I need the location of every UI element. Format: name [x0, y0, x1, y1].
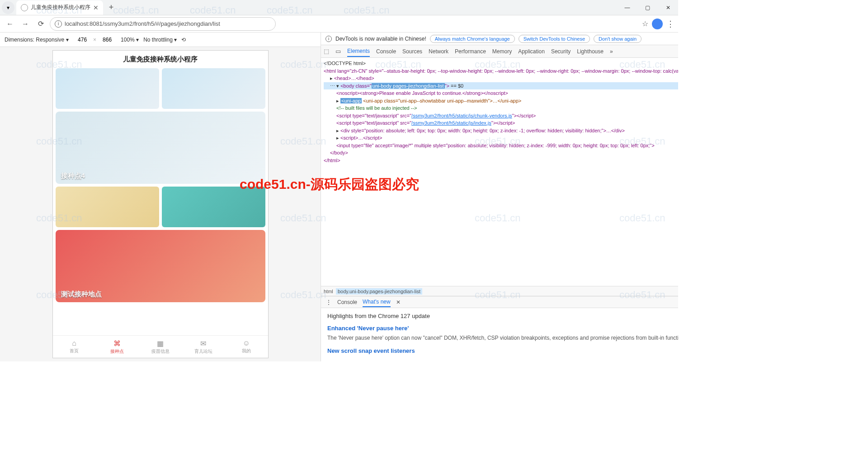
drawer-tab-console[interactable]: Console — [337, 299, 357, 305]
user-icon: ☺ — [243, 339, 250, 347]
tabs-more-icon[interactable]: » — [610, 48, 613, 55]
tab-sources[interactable]: Sources — [402, 48, 422, 55]
card-label: 接种点4 — [61, 172, 85, 180]
tab-search-button[interactable]: ▾ — [2, 1, 14, 14]
nav-forum[interactable]: ✉育儿论坛 — [182, 336, 225, 358]
drawer-tab-close-icon[interactable]: ✕ — [396, 299, 401, 305]
home-icon: ⌂ — [72, 339, 76, 347]
rotate-icon[interactable]: ⟲ — [181, 37, 186, 43]
height-input[interactable] — [98, 37, 116, 43]
menu-icon[interactable]: ⋮ — [666, 19, 675, 29]
crumb-body[interactable]: body.uni-body.pages-jiezhongdian-list — [336, 288, 422, 295]
address-bar: ← → ⟳ i localhost:8081/ssmy3um2/front/h5… — [0, 15, 678, 33]
device-toolbar: Dimensions: Responsive × 100% No throttl… — [0, 33, 321, 47]
profile-avatar[interactable] — [652, 19, 663, 29]
devtools-language-banner: i DevTools is now available in Chinese! … — [321, 33, 678, 45]
location-icon: ⌘ — [113, 339, 121, 348]
back-button[interactable]: ← — [4, 18, 16, 30]
bottom-nav: ⌂首页 ⌘接种点 ▦疫苗信息 ✉育儿论坛 ☺我的 — [53, 335, 268, 358]
nav-vaccine[interactable]: ▦疫苗信息 — [139, 336, 182, 358]
nav-mine[interactable]: ☺我的 — [225, 336, 268, 358]
tab-network[interactable]: Network — [429, 48, 448, 55]
whatsnew-heading-2: New scroll snap event listeners — [327, 347, 678, 354]
window-minimize[interactable]: — — [617, 0, 637, 15]
card-label: 测试接种地点 — [61, 290, 102, 299]
device-toggle-icon[interactable]: ▭ — [335, 48, 341, 55]
app-title: 儿童免疫接种系统小程序 — [53, 51, 268, 68]
watermark-overlay: code51.cn-源码乐园盗图必究 — [240, 175, 419, 194]
nav-home[interactable]: ⌂首页 — [53, 336, 96, 358]
highlights-title: Highlights from the Chrome 127 update — [327, 313, 678, 319]
elements-panel[interactable]: <!DOCTYPE html> <html lang="zh-CN" style… — [321, 58, 678, 286]
dimensions-dropdown[interactable]: Dimensions: Responsive — [5, 37, 69, 43]
drawer-menu-icon[interactable]: ⋮ — [326, 299, 332, 306]
whatsnew-text-1: The 'Never pause here' option can now "c… — [327, 334, 678, 342]
banner-pill-3[interactable]: Don't show again — [594, 35, 642, 43]
info-icon: i — [326, 36, 332, 42]
banner-pill-2[interactable]: Switch DevTools to Chinese — [519, 35, 590, 43]
browser-titlebar: ▾ 儿童免疫接种系统小程序 ✕ + — ▢ ✕ — [0, 0, 678, 15]
devtools-tabs: ⬚ ▭ Elements Console Sources Network Per… — [321, 45, 678, 58]
window-maximize[interactable]: ▢ — [637, 0, 658, 15]
tab-title: 儿童免疫接种系统小程序 — [31, 4, 90, 11]
forum-icon: ✉ — [200, 339, 206, 348]
tab-performance[interactable]: Performance — [455, 48, 486, 55]
device-frame: 儿童免疫接种系统小程序 接种点4 测试接种地点 ⌂首页 ⌘接种点 ▦疫苗信 — [53, 51, 268, 358]
nav-locations[interactable]: ⌘接种点 — [96, 336, 139, 358]
url-field[interactable]: i localhost:8081/ssmy3um2/front/h5/#/pag… — [50, 17, 276, 31]
location-card-1[interactable]: 接种点4 — [56, 112, 265, 184]
tab-memory[interactable]: Memory — [492, 48, 512, 55]
reload-button[interactable]: ⟳ — [34, 18, 47, 30]
site-info-icon[interactable]: i — [55, 20, 62, 28]
drawer: ⋮ Console What's new ✕ ✕ Highlights from… — [321, 296, 678, 361]
breadcrumbs[interactable]: html body.uni-body.pages-jiezhongdian-li… — [321, 286, 678, 296]
banner-image-1[interactable] — [56, 68, 159, 109]
bookmark-icon[interactable]: ☆ — [642, 19, 648, 28]
favicon — [21, 4, 28, 11]
tab-application[interactable]: Application — [518, 48, 545, 55]
banner-pill-1[interactable]: Always match Chrome's language — [430, 35, 515, 43]
tab-console[interactable]: Console — [376, 48, 396, 55]
whatsnew-heading-1: Enhanced 'Never pause here' — [327, 325, 678, 332]
location-card-2[interactable]: 测试接种地点 — [56, 230, 265, 302]
banner-message: DevTools is now available in Chinese! — [335, 36, 426, 42]
new-tab-button[interactable]: + — [105, 1, 118, 14]
drawer-tab-whatsnew[interactable]: What's new — [363, 299, 391, 307]
tab-close-icon[interactable]: ✕ — [93, 4, 99, 11]
zoom-dropdown[interactable]: 100% — [121, 37, 139, 43]
window-close[interactable]: ✕ — [658, 0, 678, 15]
forward-button[interactable]: → — [19, 18, 32, 30]
crumb-html[interactable]: html — [324, 289, 333, 294]
url-text: localhost:8081/ssmy3um2/front/h5/#/pages… — [65, 20, 220, 27]
thumb-image-1[interactable] — [56, 187, 159, 227]
throttling-dropdown[interactable]: No throttling — [143, 37, 177, 43]
width-input[interactable] — [73, 37, 91, 43]
banner-image-2[interactable] — [162, 68, 265, 109]
browser-tab[interactable]: 儿童免疫接种系统小程序 ✕ — [16, 0, 103, 15]
vaccine-icon: ▦ — [157, 339, 164, 348]
tab-security[interactable]: Security — [551, 48, 571, 55]
tab-elements[interactable]: Elements — [347, 48, 370, 57]
tab-lighthouse[interactable]: Lighthouse — [577, 48, 604, 55]
inspect-icon[interactable]: ⬚ — [324, 48, 329, 55]
